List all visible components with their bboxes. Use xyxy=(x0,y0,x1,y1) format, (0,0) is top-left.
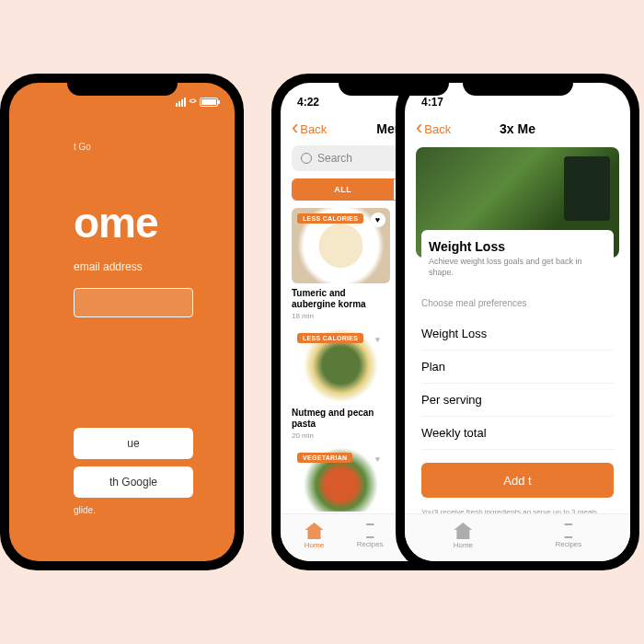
page-title: 3x Me xyxy=(500,121,535,136)
glide-label: glide. xyxy=(74,505,216,515)
plan-title: Weight Loss xyxy=(429,239,606,254)
recipe-time: 18 min xyxy=(292,312,390,320)
battery-icon xyxy=(200,98,218,107)
home-icon xyxy=(454,523,472,539)
recipe-card[interactable]: LESS CALORIES♥ Nutmeg and pecan pasta 20… xyxy=(292,328,390,440)
badge: LESS CALORIES xyxy=(297,333,363,343)
recipe-card[interactable]: LESS CALORIES♥ Tumeric and aubergine kor… xyxy=(292,208,390,320)
recipe-title: Nutmeg and pecan pasta xyxy=(292,408,390,430)
badge: VEGETARIAN xyxy=(297,453,352,463)
home-icon xyxy=(305,523,324,539)
clock: 4:22 xyxy=(297,96,319,109)
nav-home[interactable]: Home xyxy=(305,523,324,549)
nav-home[interactable]: Home xyxy=(454,523,473,549)
heart-icon[interactable]: ♥ xyxy=(371,332,385,347)
brand-label: t Go xyxy=(74,142,216,152)
pref-row[interactable]: Weekly total xyxy=(421,417,614,450)
recipes-icon xyxy=(562,523,575,538)
google-signin-button[interactable]: th Google xyxy=(74,466,193,498)
signal-icon xyxy=(176,98,186,107)
add-to-cart-button[interactable]: Add t xyxy=(421,463,614,498)
welcome-title: ome xyxy=(74,198,216,247)
pref-row[interactable]: Plan xyxy=(421,351,614,384)
email-label: email address xyxy=(74,260,216,273)
nav-recipes[interactable]: Recipes xyxy=(357,523,384,548)
tab-bar: Home Recipes xyxy=(405,513,630,561)
pref-row[interactable]: Weight Loss xyxy=(421,317,614,351)
recipe-card[interactable]: VEGETARIAN♥ xyxy=(292,447,390,512)
heart-icon[interactable]: ♥ xyxy=(371,452,385,466)
plan-subtitle: Achieve weight loss goals and get back i… xyxy=(429,257,606,278)
recipes-icon xyxy=(363,523,376,538)
email-field[interactable] xyxy=(74,288,193,317)
back-button[interactable]: Back xyxy=(416,122,451,136)
wifi-icon: ⌔ xyxy=(190,96,196,109)
preferences-label: Choose meal preferences xyxy=(421,298,614,308)
back-button[interactable]: Back xyxy=(292,122,327,136)
recipe-time: 20 min xyxy=(292,431,390,440)
heart-icon[interactable]: ♥ xyxy=(371,213,385,227)
pref-row[interactable]: Per serving xyxy=(421,384,614,417)
tab-all[interactable]: ALL xyxy=(293,179,394,200)
badge: LESS CALORIES xyxy=(297,213,363,224)
nav-recipes[interactable]: Recipes xyxy=(555,523,581,548)
continue-button[interactable]: ue xyxy=(74,428,193,459)
recipe-title: Tumeric and aubergine korma xyxy=(292,288,390,310)
clock: 4:17 xyxy=(421,96,443,109)
